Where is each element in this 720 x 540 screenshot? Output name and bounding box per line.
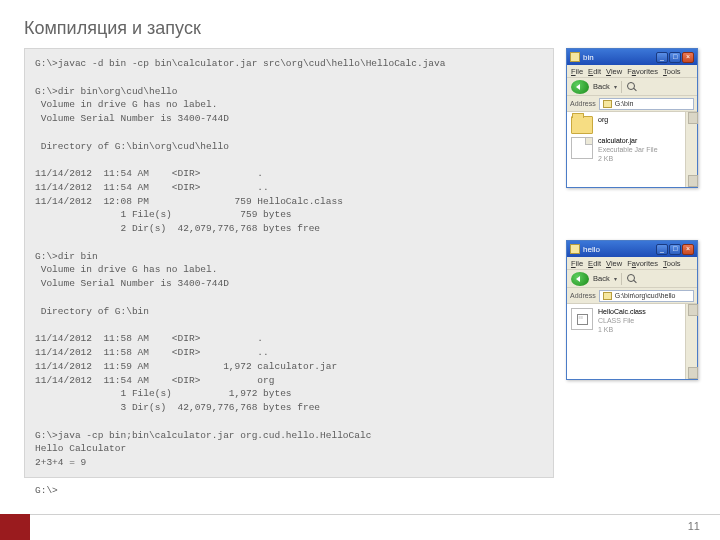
folder-icon: [570, 52, 580, 62]
address-bar: Address G:\bin: [567, 96, 697, 112]
scrollbar-vertical[interactable]: [685, 304, 697, 379]
console-panel: G:\>javac -d bin -cp bin\calculator.jar …: [24, 48, 554, 478]
menu-tools[interactable]: Tools: [663, 67, 681, 76]
file-type: Executable Jar File: [598, 146, 658, 155]
list-item[interactable]: calculator.jar Executable Jar File 2 KB: [571, 137, 693, 163]
menu-bar: File Edit View Favorites Tools: [567, 65, 697, 78]
list-item[interactable]: org: [571, 116, 693, 134]
file-name: HelloCalc.class: [598, 308, 646, 317]
file-name: calculator.jar: [598, 137, 658, 146]
menu-edit[interactable]: Edit: [588, 67, 601, 76]
menu-file[interactable]: File: [571, 67, 583, 76]
toolbar: Back ▾: [567, 270, 697, 288]
folder-icon: [603, 100, 612, 108]
footer-divider: [30, 514, 720, 515]
titlebar[interactable]: hello _ □ ×: [567, 241, 697, 257]
menu-view[interactable]: View: [606, 259, 622, 268]
titlebar[interactable]: bin _ □ ×: [567, 49, 697, 65]
explorer-window-hello: hello _ □ × File Edit View Favorites Too…: [566, 240, 698, 380]
maximize-button[interactable]: □: [669, 52, 681, 63]
chevron-down-icon[interactable]: ▾: [614, 83, 617, 90]
maximize-button[interactable]: □: [669, 244, 681, 255]
explorer-window-bin: bin _ □ × File Edit View Favorites Tools…: [566, 48, 698, 188]
close-button[interactable]: ×: [682, 244, 694, 255]
minimize-button[interactable]: _: [656, 52, 668, 63]
search-icon[interactable]: [626, 81, 638, 93]
toolbar: Back ▾: [567, 78, 697, 96]
page-number: 11: [688, 520, 700, 532]
folder-icon: [570, 244, 580, 254]
menu-favorites[interactable]: Favorites: [627, 67, 658, 76]
search-icon[interactable]: [626, 273, 638, 285]
address-bar: Address G:\bin\org\cud\hello: [567, 288, 697, 304]
address-label: Address: [570, 100, 596, 107]
address-label: Address: [570, 292, 596, 299]
separator: [621, 273, 622, 285]
footer-accent: [0, 514, 30, 540]
list-item[interactable]: ≡≡ HelloCalc.class CLASS File 1 KB: [571, 308, 693, 334]
minimize-button[interactable]: _: [656, 244, 668, 255]
menu-tools[interactable]: Tools: [663, 259, 681, 268]
jar-icon: [571, 137, 593, 159]
scrollbar-vertical[interactable]: [685, 112, 697, 187]
slide-title: Компиляция и запуск: [24, 18, 201, 39]
separator: [621, 81, 622, 93]
menu-bar: File Edit View Favorites Tools: [567, 257, 697, 270]
folder-icon: [571, 116, 593, 134]
menu-view[interactable]: View: [606, 67, 622, 76]
address-path: G:\bin\org\cud\hello: [615, 292, 676, 299]
back-button[interactable]: [571, 80, 589, 94]
file-size: 1 KB: [598, 326, 646, 335]
file-pane[interactable]: ≡≡ HelloCalc.class CLASS File 1 KB: [567, 304, 697, 379]
chevron-down-icon[interactable]: ▾: [614, 275, 617, 282]
address-field[interactable]: G:\bin\org\cud\hello: [599, 290, 694, 302]
close-button[interactable]: ×: [682, 52, 694, 63]
menu-file[interactable]: File: [571, 259, 583, 268]
window-title: bin: [583, 53, 656, 62]
file-pane[interactable]: org calculator.jar Executable Jar File 2…: [567, 112, 697, 187]
file-name: org: [598, 116, 608, 125]
file-type: CLASS File: [598, 317, 646, 326]
address-path: G:\bin: [615, 100, 634, 107]
file-size: 2 KB: [598, 155, 658, 164]
back-label[interactable]: Back: [593, 274, 610, 283]
menu-edit[interactable]: Edit: [588, 259, 601, 268]
back-label[interactable]: Back: [593, 82, 610, 91]
address-field[interactable]: G:\bin: [599, 98, 694, 110]
folder-icon: [603, 292, 612, 300]
console-output: G:\>javac -d bin -cp bin\calculator.jar …: [35, 57, 543, 498]
back-button[interactable]: [571, 272, 589, 286]
footer: 11: [0, 514, 720, 540]
window-title: hello: [583, 245, 656, 254]
menu-favorites[interactable]: Favorites: [627, 259, 658, 268]
class-file-icon: ≡≡: [571, 308, 593, 330]
